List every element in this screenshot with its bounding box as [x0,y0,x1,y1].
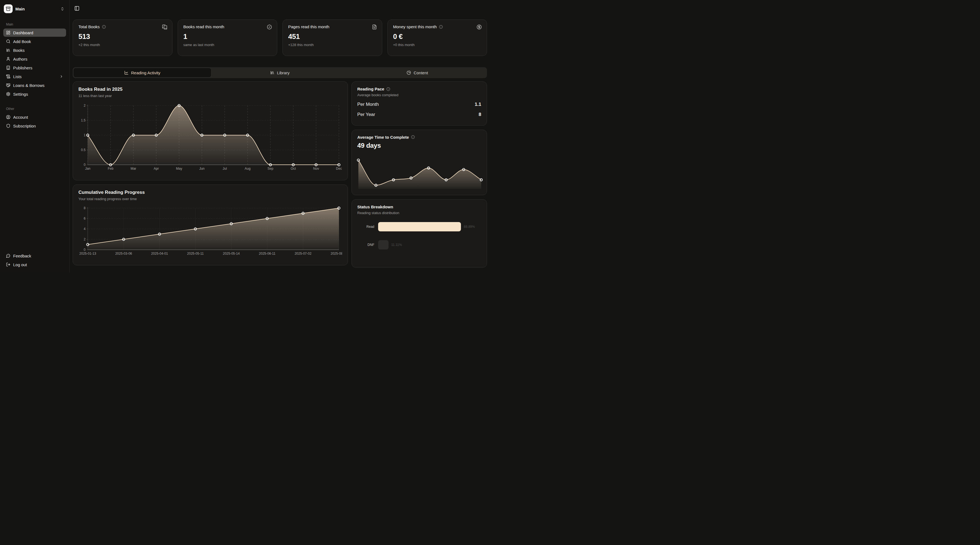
svg-text:0: 0 [84,248,86,252]
svg-text:2025-06-11: 2025-06-11 [259,252,275,256]
view-tabs: Reading Activity Library Content [73,67,487,78]
status-label: DNF [357,243,374,247]
workspace-logo [4,5,13,13]
main-content: Total Books 513 +2 this month Books read… [70,0,490,272]
stat-value: 451 [288,32,377,41]
card-title: Status Breakdown [357,205,481,209]
library-icon [270,70,274,75]
sidebar-item-feedback[interactable]: Feedback [3,252,66,260]
sidebar-item-account[interactable]: Account [3,113,66,121]
pace-label: Per Year [357,112,375,118]
svg-text:Oct: Oct [291,167,296,170]
chart-title: Cumulative Reading Progress [78,190,342,195]
svg-text:8: 8 [84,206,86,210]
svg-text:0.5: 0.5 [81,148,86,152]
info-icon[interactable] [387,87,390,91]
stat-note: +0 this month [393,43,482,47]
svg-text:2: 2 [84,237,86,241]
sidebar-item-label: Lists [13,74,22,79]
badge-check-icon [267,24,272,30]
svg-text:6: 6 [84,216,86,221]
svg-text:Jul: Jul [223,167,227,170]
gear-icon [6,92,10,96]
sidebar-item-label: Log out [13,262,27,267]
cumulative-progress-area-chart: 024682025-01-132025-03-062025-04-012025-… [78,206,342,257]
svg-text:Nov: Nov [313,167,319,170]
svg-text:2025-07-02: 2025-07-02 [294,252,312,256]
library-icon [6,48,10,52]
archive-icon [6,6,11,11]
tab-label: Library [277,70,290,75]
search-icon [6,39,10,44]
svg-text:Apr: Apr [154,167,159,170]
sidebar-toggle-button[interactable] [73,4,81,12]
stat-title: Books read this month [183,24,224,29]
pace-row-year: Per Year 8 [357,112,481,118]
card-subtitle: Average books completed [357,93,481,97]
tab-label: Reading Activity [131,70,161,75]
tab-library[interactable]: Library [211,68,349,77]
svg-text:Mar: Mar [130,167,136,170]
sidebar-item-authors[interactable]: Authors [3,55,66,63]
books-read-chart-card: Books Read in 2025 11 less than last yea… [73,81,348,180]
svg-text:1.5: 1.5 [81,118,86,122]
sidebar-item-subscription[interactable]: Subscription [3,122,66,130]
avg-time-card: Average Time to Complete 49 days [352,130,487,195]
sidebar-item-label: Books [13,48,25,52]
stat-card-pages-read-month: Pages read this month 451 +128 this mont… [282,19,382,56]
status-bar [378,240,388,249]
avg-time-value: 49 days [357,142,481,149]
svg-text:2025-01-13: 2025-01-13 [79,252,96,256]
svg-text:2025-03-06: 2025-03-06 [115,252,132,256]
svg-text:4: 4 [84,227,86,231]
stat-card-total-books: Total Books 513 +2 this month [73,19,172,56]
chart-line-icon [124,70,129,75]
stat-value: 513 [78,32,167,41]
pace-value: 1.1 [475,102,481,107]
file-text-icon [372,24,377,30]
avg-time-sparkline-chart [357,155,483,191]
chart-subtitle: 11 less than last year [78,94,342,98]
stat-card-money-spent-month: Money spent this month 0 € +0 this month [387,19,487,56]
sidebar-item-publishers[interactable]: Publishers [3,64,66,72]
sidebar-item-label: Subscription [13,124,36,128]
svg-text:Dec: Dec [336,167,342,170]
sidebar-item-add-book[interactable]: Add Book [3,37,66,46]
dashboard-grid: Books Read in 2025 11 less than last yea… [73,81,487,268]
topbar [73,4,487,13]
sidebar-item-loans-borrows[interactable]: Loans & Borrows [3,81,66,89]
card-title: Reading Pace [357,87,384,91]
sidebar-item-log-out[interactable]: Log out [3,261,66,269]
workspace-switcher[interactable]: Main [3,3,66,14]
sidebar-item-lists[interactable]: Lists [3,72,66,81]
info-icon[interactable] [102,25,106,29]
sidebar-item-label: Account [13,115,28,119]
sidebar-item-label: Authors [13,57,27,61]
pace-value: 8 [479,112,481,118]
shield-icon [6,124,10,128]
chevron-right-icon[interactable] [59,75,63,78]
sidebar-item-settings[interactable]: Settings [3,90,66,98]
info-icon[interactable] [411,135,415,139]
panel-left-icon [74,6,80,11]
book-copy-icon [162,24,167,30]
circle-dollar-icon [477,24,482,30]
sidebar-item-dashboard[interactable]: Dashboard [3,29,66,37]
sidebar-item-books[interactable]: Books [3,46,66,54]
info-icon[interactable] [439,25,443,29]
sidebar-item-label: Feedback [13,254,31,258]
svg-text:Feb: Feb [108,167,113,170]
card-subtitle: Reading status distribution [357,211,481,215]
stat-note: +128 this month [288,43,377,47]
stat-value: 0 € [393,32,482,41]
stats-row: Total Books 513 +2 this month Books read… [73,19,487,56]
dashboard-icon [6,30,10,35]
log-out-icon [6,262,10,267]
svg-text:May: May [176,167,182,170]
chevrons-up-down-icon[interactable] [60,7,64,11]
tab-reading-activity[interactable]: Reading Activity [73,68,211,77]
tab-content[interactable]: Content [348,68,486,77]
pace-row-month: Per Month 1.1 [357,102,481,107]
status-percent: 11.11% [391,243,402,247]
svg-text:Sep: Sep [267,167,274,170]
